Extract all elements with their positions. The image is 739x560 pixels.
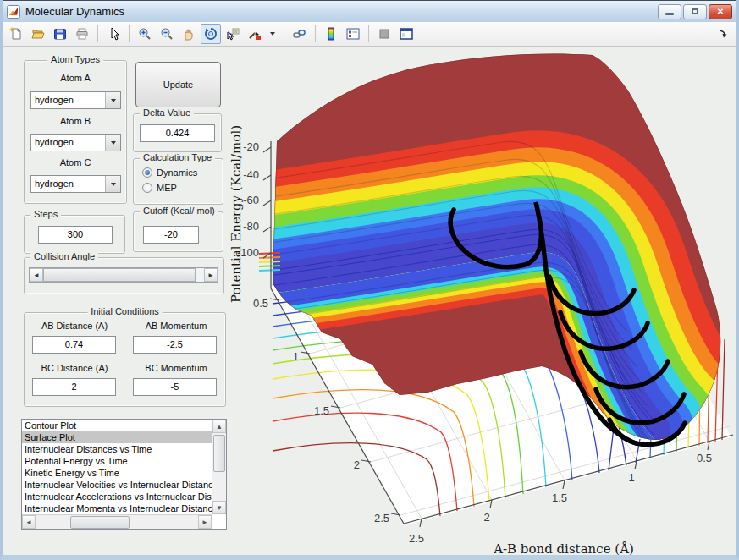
mep-radio[interactable]: MEP (142, 183, 177, 193)
x-tick: 2 (483, 511, 489, 524)
open-file-button[interactable] (28, 24, 48, 44)
scroll-right-icon[interactable]: ► (198, 515, 212, 529)
save-button[interactable] (50, 24, 70, 44)
rotate-3d-button[interactable] (201, 24, 221, 44)
brush-dropdown-button[interactable] (267, 24, 279, 44)
pan-button[interactable] (179, 24, 199, 44)
vertical-scroll-thumb[interactable] (213, 435, 225, 472)
z-tick: -60 (243, 194, 259, 206)
slider-right-arrow[interactable]: ► (204, 268, 218, 282)
data-cursor-button[interactable] (223, 24, 243, 44)
cursor-tool-button[interactable] (103, 24, 124, 44)
z-axis-label: Potential Energy (Kcal/mol) (229, 125, 244, 303)
print-icon (75, 27, 89, 41)
y-tick: 0.5 (253, 297, 268, 310)
y-tick: 1 (293, 350, 299, 363)
ab-momentum-label: AB Momentum (130, 321, 223, 331)
combo-arrow-icon[interactable] (105, 135, 120, 151)
list-item[interactable]: Internuclear Momenta vs Internuclear Dis… (22, 502, 212, 514)
scroll-left-icon[interactable]: ◄ (22, 515, 36, 529)
atom-a-select[interactable]: hydrogen (30, 91, 121, 109)
ab-distance-label: AB Distance (A) (28, 321, 121, 331)
dock-figure-icon[interactable] (718, 29, 728, 39)
panel-title: Atom Types (47, 54, 103, 64)
bc-distance-field[interactable]: 2 (32, 378, 116, 396)
zoom-in-icon (138, 27, 152, 41)
zoom-out-icon (160, 27, 174, 41)
list-item[interactable]: Kinetic Energy vs Time (22, 467, 212, 479)
x-tick: 1 (628, 471, 634, 484)
data-cursor-icon (226, 27, 240, 41)
close-icon: ✕ (717, 7, 724, 16)
combo-arrow-icon[interactable] (105, 92, 120, 108)
list-item[interactable]: Internuclear Accelerations vs Internucle… (22, 491, 212, 502)
panel-title: Cutoff (Kcal/ mol) (140, 206, 218, 216)
panel-title: Calculation Type (140, 152, 215, 162)
toolbar-separator (284, 25, 284, 42)
bc-momentum-field[interactable]: -5 (133, 378, 217, 396)
horizontal-scrollbar[interactable]: ◄ ► (22, 514, 212, 529)
collision-angle-slider[interactable]: ◄ ► (29, 267, 218, 283)
link-plots-button[interactable] (290, 24, 310, 44)
vertical-scrollbar[interactable]: ▲ ▼ (212, 420, 226, 514)
minimize-button[interactable] (658, 4, 681, 19)
new-file-button[interactable] (6, 24, 26, 44)
save-icon (53, 27, 67, 41)
atom-c-label: Atom C (24, 157, 127, 167)
brush-icon (248, 27, 262, 41)
horizontal-scroll-thumb[interactable] (70, 516, 130, 529)
atom-b-select[interactable]: hydrogen (30, 134, 121, 151)
atom-a-label: Atom A (24, 73, 127, 83)
x-tick: 2.5 (409, 532, 424, 545)
print-button[interactable] (72, 24, 92, 44)
ab-momentum-field[interactable]: -2.5 (133, 336, 217, 354)
zoom-in-button[interactable] (135, 24, 155, 44)
slider-left-arrow[interactable]: ◄ (30, 268, 43, 282)
brush-button[interactable] (245, 24, 265, 44)
figure-toolbar (3, 22, 736, 47)
ab-distance-field[interactable]: 0.74 (32, 336, 116, 354)
bc-distance-label: BC Distance (A) (28, 363, 121, 373)
chevron-down-icon (270, 32, 275, 38)
list-item[interactable]: Contour Plot (22, 420, 212, 431)
close-button[interactable]: ✕ (709, 4, 732, 19)
x-tick: 1.5 (552, 491, 567, 504)
cutoff-field[interactable]: -20 (143, 226, 199, 244)
plot-type-listbox[interactable]: Contour Plot Surface Plot Internuclear D… (21, 419, 227, 530)
bc-momentum-label: BC Momentum (130, 363, 223, 373)
atom-c-value: hydrogen (31, 176, 105, 192)
rotate-3d-icon (204, 27, 218, 41)
dynamics-radio[interactable]: Dynamics (142, 167, 197, 178)
atom-b-label: Atom B (24, 116, 127, 126)
show-plot-tools-icon (400, 27, 413, 41)
delta-value-field[interactable]: 0.424 (140, 124, 215, 142)
colorbar-button[interactable] (321, 24, 341, 44)
restore-button[interactable] (683, 4, 707, 19)
list-item[interactable]: Internuclear Distances vs Time (22, 443, 212, 455)
atom-c-select[interactable]: hydrogen (30, 175, 121, 193)
z-tick: -80 (243, 220, 259, 233)
atom-b-value: hydrogen (31, 135, 105, 151)
toolbar-separator (368, 25, 369, 42)
y-tick: 2.5 (374, 512, 389, 524)
hide-plot-tools-button[interactable] (374, 24, 394, 44)
combo-arrow-icon[interactable] (105, 176, 120, 192)
slider-thumb[interactable] (43, 268, 196, 282)
steps-field[interactable]: 300 (38, 226, 113, 244)
list-item[interactable]: Potential Energy vs Time (22, 455, 212, 467)
window-title: Molecular Dynamics (25, 5, 124, 18)
legend-button[interactable] (343, 24, 363, 44)
figure-canvas: -20 -40 -60 -80 -100 0.5 1 1.5 2 2.5 2.5… (3, 47, 736, 556)
list-item-selected[interactable]: Surface Plot (22, 431, 212, 443)
mep-radio-label: MEP (157, 183, 177, 193)
update-button[interactable]: Update (135, 62, 221, 107)
zoom-out-button[interactable] (157, 24, 177, 44)
scroll-down-icon[interactable]: ▼ (212, 501, 226, 514)
minimize-icon (665, 13, 674, 15)
hide-plot-tools-icon (378, 27, 391, 41)
cursor-icon (107, 27, 120, 41)
show-plot-tools-button[interactable] (396, 24, 416, 44)
title-bar[interactable]: Molecular Dynamics ✕ (3, 0, 736, 22)
scroll-up-icon[interactable]: ▲ (212, 420, 226, 433)
list-item[interactable]: Internuclear Velocities vs Internuclear … (22, 479, 212, 491)
